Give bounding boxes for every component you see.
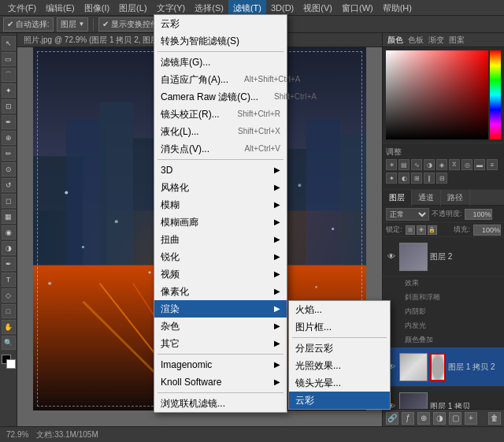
filter-liquify-shortcut: Shift+Ctrl+X xyxy=(238,123,280,140)
filter-blur-gallery[interactable]: 模糊画廊 ▶ xyxy=(154,214,287,231)
filter-3d[interactable]: 3D ▶ xyxy=(154,162,287,179)
filter-stylize-arrow: ▶ xyxy=(274,179,280,196)
filter-lens-correct[interactable]: 镜头校正(R)... Shift+Ctrl+R xyxy=(154,106,287,123)
filter-sharpen-label: 锐化 xyxy=(161,248,180,266)
filter-blur-label: 模糊 xyxy=(161,196,180,214)
filter-adaptive[interactable]: 自适应广角(A)... Alt+Shift+Ctrl+A xyxy=(154,71,287,88)
filter-convert-smart[interactable]: 转换为智能滤镜(S) xyxy=(154,32,287,50)
menu-overlay: 云彩 转换为智能滤镜(S) 滤镜库(G)... 自适应广角(A)... Alt+… xyxy=(0,0,504,442)
filter-blur-arrow: ▶ xyxy=(274,196,280,214)
filter-stylize[interactable]: 风格化 ▶ xyxy=(154,179,287,196)
render-picture-frame[interactable]: 图片框... xyxy=(289,318,390,336)
filter-pixelate-label: 像素化 xyxy=(161,283,189,300)
filter-convert-label: 转换为智能滤镜(S) xyxy=(161,32,239,50)
filter-sep-3 xyxy=(158,354,284,355)
render-clouds[interactable]: 云彩 xyxy=(289,392,390,409)
render-flame[interactable]: 火焰... xyxy=(289,301,390,318)
filter-library-label: 滤镜库(G)... xyxy=(161,54,210,71)
filter-3d-label: 3D xyxy=(161,162,172,179)
render-clouds-diff[interactable]: 分层云彩 xyxy=(289,340,390,357)
filter-lens-label: 镜头校正(R)... xyxy=(161,106,220,123)
filter-adaptive-shortcut: Alt+Shift+Ctrl+A xyxy=(244,71,300,88)
filter-library[interactable]: 滤镜库(G)... xyxy=(154,54,287,71)
filter-noise-label: 杂色 xyxy=(161,318,180,335)
render-lens-flare[interactable]: 镜头光晕... xyxy=(289,374,390,392)
filter-browse-label: 浏览联机滤镜... xyxy=(161,395,225,412)
filter-sharpen[interactable]: 锐化 ▶ xyxy=(154,248,287,266)
render-sep-1 xyxy=(292,337,387,338)
filter-yuncai-label: 云彩 xyxy=(161,15,180,32)
filter-other-label: 其它 xyxy=(161,335,180,352)
render-lighting[interactable]: 光照效果... xyxy=(289,357,390,374)
filter-video-label: 视频 xyxy=(161,266,180,283)
filter-knoll-label: Knoll Software xyxy=(161,373,221,391)
render-lighting-label: 光照效果... xyxy=(295,357,341,374)
filter-vanishing-shortcut: Alt+Ctrl+V xyxy=(244,140,280,158)
filter-camera-shortcut: Shift+Ctrl+A xyxy=(274,88,317,106)
filter-dropdown: 云彩 转换为智能滤镜(S) 滤镜库(G)... 自适应广角(A)... Alt+… xyxy=(154,14,287,413)
filter-camera-label: Camera Raw 滤镜(C)... xyxy=(161,88,258,106)
filter-lens-shortcut: Shift+Ctrl+R xyxy=(238,106,280,123)
filter-yuncai[interactable]: 云彩 xyxy=(154,15,287,32)
filter-other[interactable]: 其它 ▶ xyxy=(154,335,287,352)
filter-sep-1 xyxy=(158,51,284,52)
filter-blur[interactable]: 模糊 ▶ xyxy=(154,196,287,214)
filter-video-arrow: ▶ xyxy=(274,266,280,283)
filter-distort-label: 扭曲 xyxy=(161,231,180,248)
filter-render-label: 渲染 xyxy=(161,300,180,318)
filter-distort-arrow: ▶ xyxy=(274,231,280,248)
filter-3d-arrow: ▶ xyxy=(274,162,280,179)
filter-distort[interactable]: 扭曲 ▶ xyxy=(154,231,287,248)
filter-noise[interactable]: 杂色 ▶ xyxy=(154,318,287,335)
filter-sep-4 xyxy=(158,392,284,393)
filter-imagenomic[interactable]: Imagenomic ▶ xyxy=(154,356,287,373)
filter-vanishing-label: 消失点(V)... xyxy=(161,140,209,158)
filter-vanishing[interactable]: 消失点(V)... Alt+Ctrl+V xyxy=(154,140,287,158)
filter-adaptive-label: 自适应广角(A)... xyxy=(161,71,228,88)
render-clouds-label: 云彩 xyxy=(295,392,314,409)
filter-browse-online[interactable]: 浏览联机滤镜... xyxy=(154,395,287,412)
filter-video[interactable]: 视频 ▶ xyxy=(154,266,287,283)
filter-imagenomic-arrow: ▶ xyxy=(274,356,280,373)
render-submenu: 火焰... 图片框... 分层云彩 光照效果... 镜头光晕... 云彩 xyxy=(288,300,391,410)
render-frame-label: 图片框... xyxy=(295,318,332,336)
render-flame-label: 火焰... xyxy=(295,301,322,318)
filter-pixelate-arrow: ▶ xyxy=(274,283,280,300)
render-lensflare-label: 镜头光晕... xyxy=(295,374,341,392)
filter-sharpen-arrow: ▶ xyxy=(274,248,280,266)
filter-render[interactable]: 渲染 ▶ 火焰... 图片框... 分层云彩 光照效果... 镜头光晕... xyxy=(154,300,287,318)
filter-other-arrow: ▶ xyxy=(274,335,280,352)
filter-camera-raw[interactable]: Camera Raw 滤镜(C)... Shift+Ctrl+A xyxy=(154,88,287,106)
filter-liquify-label: 液化(L)... xyxy=(161,123,199,140)
filter-stylize-label: 风格化 xyxy=(161,179,189,196)
filter-knoll-arrow: ▶ xyxy=(274,373,280,391)
filter-sep-2 xyxy=(158,159,284,160)
filter-knoll[interactable]: Knoll Software ▶ xyxy=(154,373,287,391)
filter-imagenomic-label: Imagenomic xyxy=(161,356,212,373)
filter-noise-arrow: ▶ xyxy=(274,318,280,335)
filter-blur-gallery-arrow: ▶ xyxy=(274,214,280,231)
filter-pixelate[interactable]: 像素化 ▶ xyxy=(154,283,287,300)
filter-blur-gallery-label: 模糊画廊 xyxy=(161,214,198,231)
render-clouds-diff-label: 分层云彩 xyxy=(295,340,333,357)
filter-render-arrow: ▶ xyxy=(274,300,280,318)
filter-liquify[interactable]: 液化(L)... Shift+Ctrl+X xyxy=(154,123,287,140)
